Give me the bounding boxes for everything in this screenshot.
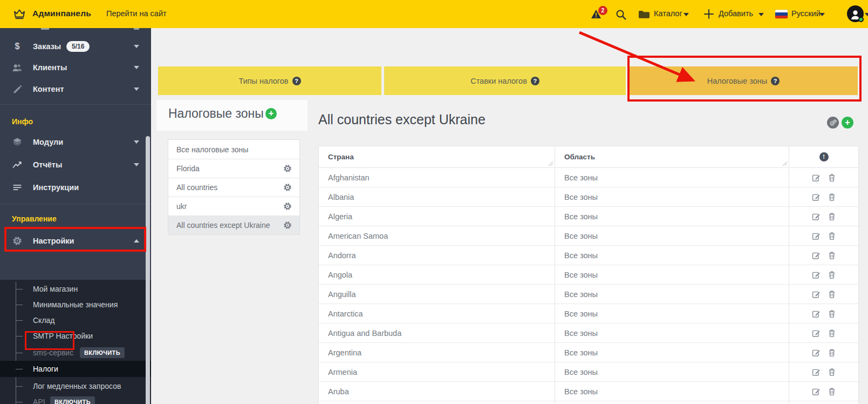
zone-gear-icon[interactable] (283, 202, 292, 211)
zone-list-item-selected[interactable]: All countries except Ukraine (168, 216, 299, 234)
submenu-item-smtp[interactable]: SMTP Настройки (0, 328, 151, 344)
edit-icon[interactable] (812, 387, 821, 396)
submenu-item-api[interactable]: API ВКЛЮЧИТЬ (0, 394, 151, 404)
enable-badge[interactable]: ВКЛЮЧИТЬ (80, 347, 125, 358)
submenu-item-taxes[interactable]: Налоги (0, 361, 151, 377)
table-row: Anguilla Все зоны (319, 285, 858, 304)
russian-flag-icon[interactable] (775, 10, 788, 18)
submenu-item-sms-service[interactable]: sms-сервис ВКЛЮЧИТЬ (0, 345, 151, 361)
sidebar-divider (0, 104, 151, 105)
go-to-site-link[interactable]: Перейти на сайт (106, 9, 167, 18)
column-resize-grip[interactable] (782, 161, 787, 166)
sidebar-item-label: Контент (33, 85, 64, 93)
help-icon[interactable]: ? (292, 77, 301, 85)
trash-icon[interactable] (828, 173, 836, 182)
edit-icon[interactable] (812, 173, 821, 182)
submenu-item-warehouse[interactable]: Склад (0, 312, 151, 328)
table-row: Antarctica Все зоны (319, 304, 858, 324)
country-cell: Anguilla (319, 285, 555, 304)
chevron-down-icon (134, 87, 139, 91)
tab-tax-rates-label: Ставки налогов (470, 77, 527, 85)
language-menu[interactable]: Русский (791, 9, 821, 18)
trash-icon[interactable] (828, 348, 836, 357)
edit-icon[interactable] (812, 271, 821, 279)
submenu-item-my-shop[interactable]: Мой магазин (0, 281, 151, 297)
country-cell: Afghanistan (319, 168, 555, 187)
sidebar-item-content[interactable]: Контент (0, 79, 151, 99)
zone-list-item[interactable]: All countries (168, 178, 299, 197)
trash-icon[interactable] (828, 387, 836, 396)
chevron-down-icon (684, 13, 689, 16)
trash-icon[interactable] (828, 290, 836, 299)
enable-badge[interactable]: ВКЛЮЧИТЬ (50, 396, 95, 404)
sidebar-item-reports[interactable]: Отчёты (0, 155, 151, 174)
zone-cell: Все зоны (555, 285, 789, 304)
brand-title[interactable]: Админпанель (32, 9, 91, 18)
trash-icon[interactable] (828, 251, 836, 260)
zone-gear-icon[interactable] (283, 221, 292, 230)
trash-icon[interactable] (828, 271, 836, 279)
zone-list-item[interactable]: Все налоговые зоны (168, 140, 299, 159)
alerts-count-badge[interactable]: 2 (598, 6, 607, 15)
tab-tax-types[interactable]: Типы налогов ? (158, 66, 381, 95)
trash-icon[interactable] (828, 368, 836, 376)
edit-icon[interactable] (812, 212, 821, 221)
edit-icon[interactable] (812, 368, 821, 376)
user-avatar[interactable] (847, 5, 864, 22)
sidebar-scrollbar[interactable] (146, 136, 150, 404)
tab-tax-zones[interactable]: Налоговые зоны ? (629, 66, 858, 95)
zone-settings-button[interactable] (827, 117, 839, 129)
country-cell: Argentina (319, 343, 555, 362)
list-icon (11, 181, 24, 194)
edit-icon[interactable] (812, 348, 821, 357)
chevron-down-icon (134, 45, 139, 48)
edit-icon[interactable] (812, 232, 821, 240)
chevron-down-icon (865, 13, 868, 16)
dollar-icon: $ (11, 40, 24, 53)
zone-cell: Все зоны (555, 304, 789, 323)
edit-icon[interactable] (812, 309, 821, 318)
help-icon[interactable]: ? (531, 77, 539, 85)
sidebar-item-orders[interactable]: $ Заказы 5/16 (0, 37, 151, 56)
trash-icon[interactable] (828, 329, 836, 338)
tab-tax-zones-label: Налоговые зоны (707, 77, 767, 85)
catalog-menu-label[interactable]: Каталог (654, 9, 682, 18)
cogs-icon (829, 119, 837, 126)
plus-icon[interactable] (703, 8, 715, 20)
trash-icon[interactable] (828, 309, 836, 318)
sidebar-item-modules[interactable]: Модули (0, 132, 151, 152)
sidebar-item-instructions[interactable]: Инструкции (0, 178, 151, 197)
sidebar-item-settings[interactable]: Настройки (0, 231, 151, 251)
search-icon[interactable] (616, 9, 626, 20)
zone-gear-icon[interactable] (283, 183, 292, 192)
pencil-icon (11, 83, 24, 96)
trash-icon[interactable] (828, 212, 836, 221)
edit-icon[interactable] (812, 290, 821, 299)
trash-icon[interactable] (828, 193, 836, 201)
chevron-up-icon (134, 239, 139, 243)
help-icon[interactable]: ? (771, 77, 780, 85)
table-row: American Samoa Все зоны (319, 226, 858, 246)
chevron-down-icon (819, 13, 825, 16)
table-row: Albania Все зоны (319, 187, 858, 207)
folder-icon[interactable] (638, 10, 650, 19)
crown-logo-icon[interactable] (12, 7, 26, 20)
submenu-item-slow-queries-log[interactable]: Лог медленных запросов (0, 378, 151, 394)
table-row: Aruba Все зоны (319, 382, 858, 401)
add-menu[interactable]: Добавить (719, 9, 753, 18)
zone-list-item[interactable]: Florida (168, 159, 299, 178)
zone-item-label: All countries (176, 183, 217, 192)
sidebar-item-label: Модули (33, 138, 63, 146)
add-country-button[interactable]: + (842, 117, 853, 129)
tab-tax-rates[interactable]: Ставки налогов ? (384, 66, 626, 95)
edit-icon[interactable] (812, 193, 821, 201)
zone-list-item[interactable]: ukr (168, 197, 299, 216)
zone-gear-icon[interactable] (283, 164, 292, 173)
sidebar-item-customers[interactable]: Клиенты (0, 58, 151, 77)
trash-icon[interactable] (828, 232, 836, 240)
column-resize-grip[interactable] (548, 161, 553, 166)
edit-icon[interactable] (812, 329, 821, 338)
edit-icon[interactable] (812, 251, 821, 260)
submenu-item-min-values[interactable]: Минимальные значения (0, 297, 151, 313)
add-zone-button[interactable]: + (265, 108, 277, 119)
